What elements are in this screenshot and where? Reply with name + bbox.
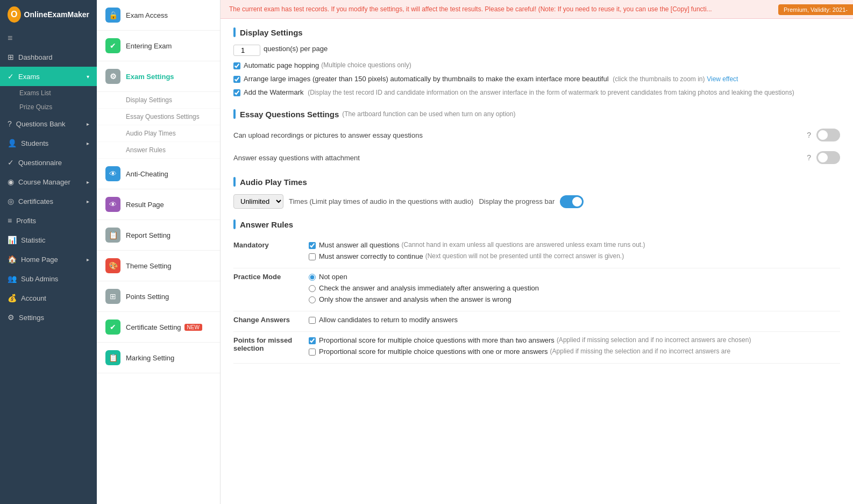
sidebar-label-exams: Exams — [18, 73, 40, 81]
progress-bar-label: Display the progress bar — [479, 197, 555, 205]
result-page-icon: 👁 — [105, 197, 120, 212]
watermark-label[interactable]: Add the Watermark (Display the test reco… — [233, 88, 794, 96]
qty-row: question(s) per page — [233, 45, 840, 56]
sidebar-label-account: Account — [21, 294, 46, 302]
mandatory-checkbox-1[interactable] — [309, 253, 316, 260]
mid-item-exam-access[interactable]: 🔒 Exam Access — [97, 0, 220, 31]
audio-row: Unlimited 1 2 3 5 10 Times (Limit play t… — [233, 194, 840, 209]
essay-help-1: ? — [807, 153, 811, 162]
essay-toggle-1[interactable] — [816, 151, 840, 164]
sidebar-label-questionnaire: Questionnaire — [18, 159, 62, 167]
sidebar-label-sub-admins: Sub Admins — [21, 275, 58, 283]
arrange-images-checkbox[interactable] — [233, 76, 240, 83]
mandatory-options: Must answer all questions (Cannot hand i… — [309, 241, 840, 264]
sidebar-item-home-page[interactable]: 🏠 Home Page ▸ — [0, 250, 97, 269]
app-name: OnlineExamMaker — [24, 10, 89, 19]
points-missed-option-0: Proportional score for multiple choice q… — [309, 336, 840, 344]
mid-sub-answer-rules[interactable]: Answer Rules — [97, 142, 220, 159]
watermark-checkbox[interactable] — [233, 89, 240, 96]
account-icon: 💰 — [8, 294, 17, 302]
points-missed-checkbox-0[interactable] — [309, 337, 316, 344]
mid-label-entering-exam: Entering Exam — [126, 42, 172, 50]
exams-chevron: ▾ — [87, 74, 89, 80]
audio-times-label: Times (Limit play times of audio in the … — [289, 197, 473, 205]
sidebar-label-course-manager: Course Manager — [18, 178, 70, 186]
sidebar-label-home-page: Home Page — [21, 255, 58, 264]
sidebar-item-course-manager[interactable]: ◉ Course Manager ▸ — [0, 172, 97, 191]
mid-sub-audio-play-times[interactable]: Audio Play Times — [97, 125, 220, 142]
change-answers-options: Allow candidates to return to modify ans… — [309, 316, 840, 327]
audio-times-select[interactable]: Unlimited 1 2 3 5 10 — [233, 194, 283, 209]
mid-item-anti-cheating[interactable]: 👁 Anti-Cheating — [97, 159, 220, 189]
practice-option-0: Not open — [309, 273, 840, 281]
sidebar-label-dashboard: Dashboard — [18, 53, 53, 61]
certificate-new-badge: NEW — [184, 324, 202, 331]
sidebar-item-students[interactable]: 👤 Students ▸ — [0, 133, 97, 153]
qty-input[interactable] — [233, 45, 260, 56]
essay-settings-block: Essay Questions Settings (The artboard f… — [233, 109, 840, 166]
sidebar: O OnlineExamMaker ≡ ⊞ Dashboard ✓ Exams … — [0, 0, 97, 504]
mid-label-marking-setting: Marking Setting — [126, 354, 174, 362]
auto-hopping-label[interactable]: Automatic page hopping (Multiple choice … — [233, 61, 411, 69]
view-effect-link[interactable]: View effect — [707, 75, 738, 83]
sidebar-item-certificates[interactable]: ◎ Certificates ▸ — [0, 191, 97, 211]
sidebar-item-exams[interactable]: ✓ Exams ▾ — [0, 67, 97, 86]
mid-item-result-page[interactable]: 👁 Result Page — [97, 189, 220, 220]
mandatory-checkbox-0[interactable] — [309, 242, 316, 249]
mid-sub-display-settings[interactable]: Display Settings — [97, 92, 220, 109]
questions-bank-chevron: ▸ — [87, 121, 89, 127]
mid-sub-essay-questions[interactable]: Essay Questions Settings — [97, 109, 220, 125]
mid-label-theme-setting: Theme Setting — [126, 262, 172, 270]
premium-badge: Premium, Validity: 2021- — [778, 4, 853, 15]
mid-item-report-setting[interactable]: 📋 Report Setting — [97, 220, 220, 251]
anti-cheating-icon: 👁 — [105, 166, 120, 181]
practice-radio-0[interactable] — [309, 274, 316, 281]
practice-radio-2[interactable] — [309, 296, 316, 303]
mid-item-theme-setting[interactable]: 🎨 Theme Setting — [97, 251, 220, 281]
sidebar-item-questionnaire[interactable]: ✓ Questionnaire — [0, 153, 97, 172]
points-missed-label: Points for missed selection — [233, 336, 309, 359]
sidebar-label-questions-bank: Questions Bank — [16, 120, 66, 128]
sidebar-item-statistic[interactable]: 📊 Statistic — [0, 230, 97, 250]
hamburger-button[interactable]: ≡ — [0, 29, 97, 47]
entering-exam-icon: ✔ — [105, 38, 120, 53]
sidebar-item-dashboard[interactable]: ⊞ Dashboard — [0, 47, 97, 67]
mid-item-points-setting[interactable]: ⊞ Points Setting — [97, 281, 220, 312]
answer-rules-block: Answer Rules Mandatory Must answer all q… — [233, 219, 840, 364]
sidebar-item-questions-bank[interactable]: ? Questions Bank ▸ — [0, 114, 97, 133]
audio-settings-title: Audio Play Times — [233, 177, 840, 187]
students-icon: 👤 — [8, 139, 17, 147]
mid-label-certificate-setting: Certificate Setting — [126, 323, 181, 331]
sidebar-sub-exams-list[interactable]: Exams List — [0, 86, 97, 100]
sidebar-item-settings[interactable]: ⚙ Settings — [0, 308, 97, 327]
mid-label-exam-access: Exam Access — [126, 11, 168, 19]
logo-icon: O — [8, 6, 21, 23]
arrange-images-label[interactable]: Arrange large images (greater than 150 p… — [233, 75, 738, 83]
practice-radio-1[interactable] — [309, 285, 316, 292]
questions-bank-icon: ? — [8, 119, 12, 128]
sub-admins-icon: 👥 — [8, 274, 17, 283]
progress-toggle[interactable] — [560, 195, 584, 208]
profits-icon: ≡ — [8, 216, 12, 225]
mid-item-certificate-setting[interactable]: ✔ Certificate Setting NEW — [97, 312, 220, 343]
warning-text: The current exam has test records. If yo… — [229, 5, 712, 13]
sidebar-item-account[interactable]: 💰 Account — [0, 288, 97, 308]
sidebar-item-sub-admins[interactable]: 👥 Sub Admins — [0, 269, 97, 288]
essay-settings-title: Essay Questions Settings (The artboard f… — [233, 109, 840, 119]
mid-item-marking-setting[interactable]: 📋 Marking Setting — [97, 343, 220, 373]
mid-item-exam-settings[interactable]: ⚙ Exam Settings — [97, 61, 220, 92]
sidebar-sub-prize-quizzes[interactable]: Prize Quizs — [0, 100, 97, 114]
answer-rules-title: Answer Rules — [233, 219, 840, 229]
main-content: The current exam has test records. If yo… — [221, 0, 853, 504]
mid-item-entering-exam[interactable]: ✔ Entering Exam — [97, 31, 220, 61]
practice-option-1: Check the answer and analysis immediatel… — [309, 284, 840, 292]
essay-toggle-0[interactable] — [816, 129, 840, 141]
audio-settings-block: Audio Play Times Unlimited 1 2 3 5 10 Ti… — [233, 177, 840, 209]
change-answers-checkbox-0[interactable] — [309, 317, 316, 324]
points-missed-checkbox-1[interactable] — [309, 349, 316, 356]
sidebar-item-profits[interactable]: ≡ Profits — [0, 211, 97, 230]
auto-hopping-checkbox[interactable] — [233, 62, 240, 69]
dashboard-icon: ⊞ — [8, 53, 14, 61]
arrange-images-row: Arrange large images (greater than 150 p… — [233, 75, 840, 83]
warning-banner: The current exam has test records. If yo… — [221, 0, 853, 19]
